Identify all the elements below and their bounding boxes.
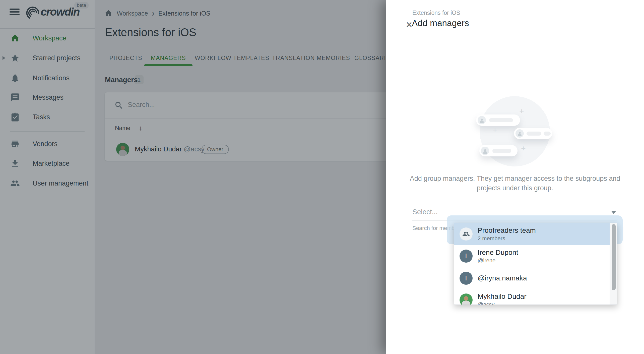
avatar: I xyxy=(460,250,473,263)
dropdown-item-title: Proofreaders team xyxy=(478,226,536,234)
caret-down-icon[interactable] xyxy=(611,211,616,214)
avatar-placeholder-icon xyxy=(481,147,489,155)
panel-subtitle: Extensions for iOS xyxy=(412,10,460,16)
text-placeholder-bar xyxy=(489,118,513,122)
illustration-pill xyxy=(476,114,520,126)
add-managers-panel: ✕ Extensions for iOS Add managers xyxy=(386,0,644,354)
plus-icon: + xyxy=(493,126,497,135)
members-dropdown-list: Proofreaders team 2 members I Irene Dupo… xyxy=(454,223,617,305)
illustration-pill xyxy=(479,145,518,156)
dropdown-item-iryna-namaka[interactable]: I @iryna.namaka xyxy=(454,267,617,289)
plus-icon: + xyxy=(521,144,526,153)
team-icon xyxy=(460,227,473,241)
dropdown-item-title: Irene Dupont xyxy=(478,248,518,257)
dropdown-item-title: Mykhailo Dudar xyxy=(478,292,527,301)
panel-description: Add group managers. They get manager acc… xyxy=(407,174,623,193)
modal-dim-overlay[interactable] xyxy=(0,0,386,354)
avatar xyxy=(460,293,473,305)
scrollbar-thumb[interactable] xyxy=(612,224,616,290)
text-placeholder-bar xyxy=(492,149,511,153)
add-managers-illustration: + + + + xyxy=(480,96,550,166)
avatar-placeholder-icon xyxy=(516,129,524,138)
panel-title: Add managers xyxy=(412,18,469,28)
screen: crowdin beta Workspace Starred projects … xyxy=(0,0,644,354)
dropdown-item-subtitle: @acsy xyxy=(478,301,527,305)
avatar-placeholder-icon xyxy=(478,116,486,124)
text-placeholder-bar xyxy=(527,132,541,136)
dropdown-item-title: @iryna.namaka xyxy=(478,274,527,282)
dropdown-item-proofreaders-team[interactable]: Proofreaders team 2 members xyxy=(454,223,617,245)
dropdown-item-mykhailo-dudar[interactable]: Mykhailo Dudar @acsy xyxy=(454,289,617,305)
dropdown-item-subtitle: @irene xyxy=(478,257,518,264)
illustration-pill xyxy=(514,128,552,139)
dropdown-item-irene-dupont[interactable]: I Irene Dupont @irene xyxy=(454,245,617,267)
text-placeholder-bar xyxy=(544,132,551,136)
dropdown-scrollbar xyxy=(610,223,617,305)
plus-icon: + xyxy=(519,107,524,116)
managers-select-input[interactable]: Select... xyxy=(412,208,438,216)
avatar: I xyxy=(460,272,473,285)
dropdown-item-subtitle: 2 members xyxy=(478,235,536,242)
